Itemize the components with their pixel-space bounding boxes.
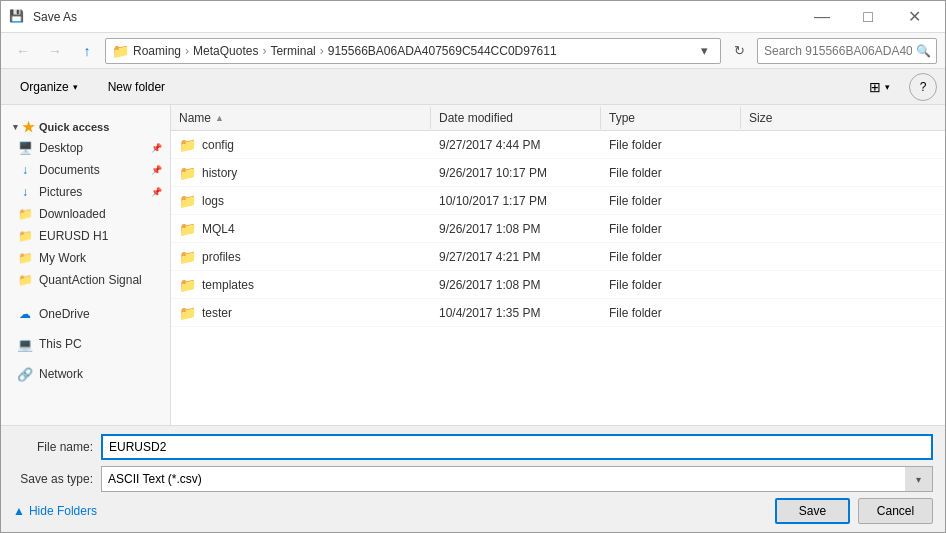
sidebar-item-network[interactable]: 🔗 Network (1, 363, 170, 385)
sidebar-item-downloaded[interactable]: 📁 Downloaded (1, 203, 170, 225)
navigation-bar: ← → ↑ 📁 Roaming › MetaQuotes › Terminal … (1, 33, 945, 69)
col-date-label: Date modified (439, 111, 513, 125)
search-icon: 🔍 (916, 44, 931, 58)
sidebar-network-label: Network (39, 367, 83, 381)
documents-folder-icon: ↓ (17, 162, 33, 178)
file-name-cell: 📁 templates (171, 277, 431, 293)
sidebar-item-eurusd-label: EURUSD H1 (39, 229, 108, 243)
up-button[interactable]: ↑ (73, 37, 101, 65)
table-row[interactable]: 📁 history 9/26/2017 10:17 PM File folder (171, 159, 945, 187)
sidebar-star-icon: ★ (22, 119, 35, 135)
sidebar-item-documents[interactable]: ↓ Documents 📌 (1, 159, 170, 181)
folder-icon: 📁 (179, 249, 196, 265)
folder-icon: 📁 (179, 221, 196, 237)
file-area: Name ▲ Date modified Type Size 📁 (171, 105, 945, 425)
crumb-metaquotes: MetaQuotes (193, 44, 258, 58)
window-icon: 💾 (9, 9, 25, 25)
new-folder-label: New folder (108, 80, 165, 94)
refresh-button[interactable]: ↻ (725, 38, 753, 64)
sidebar-item-quantaction-label: QuantAction Signal (39, 273, 142, 287)
sidebar-item-thispc[interactable]: 💻 This PC (1, 333, 170, 355)
col-size-header[interactable]: Size (741, 107, 841, 129)
content-area: ▾ ★ Quick access 🖥️ Desktop 📌 ↓ Document… (1, 105, 945, 425)
folder-icon: 📁 (179, 137, 196, 153)
hide-icon: ▲ (13, 504, 25, 518)
organize-button[interactable]: Organize ▾ (9, 73, 89, 101)
col-type-header[interactable]: Type (601, 107, 741, 129)
sidebar-thispc-label: This PC (39, 337, 82, 351)
cancel-label: Cancel (877, 504, 914, 518)
sidebar-item-pictures[interactable]: ↓ Pictures 📌 (1, 181, 170, 203)
file-name-cell: 📁 MQL4 (171, 221, 431, 237)
save-label: Save (799, 504, 826, 518)
file-type-cell: File folder (601, 166, 741, 180)
folder-icon: 📁 (112, 43, 129, 59)
quantaction-folder-icon: 📁 (17, 272, 33, 288)
file-name-cell: 📁 profiles (171, 249, 431, 265)
col-date-header[interactable]: Date modified (431, 107, 601, 129)
sidebar-item-desktop[interactable]: 🖥️ Desktop 📌 (1, 137, 170, 159)
forward-button[interactable]: → (41, 37, 69, 65)
file-name-cell: 📁 config (171, 137, 431, 153)
sidebar-item-quantaction[interactable]: 📁 QuantAction Signal (1, 269, 170, 291)
file-name-cell: 📁 history (171, 165, 431, 181)
save-as-dialog: 💾 Save As — □ ✕ ← → ↑ 📁 Roaming › MetaQu… (0, 0, 946, 533)
filename-label: File name: (13, 440, 93, 454)
address-bar[interactable]: 📁 Roaming › MetaQuotes › Terminal › 9155… (105, 38, 721, 64)
minimize-button[interactable]: — (799, 1, 845, 33)
maximize-button[interactable]: □ (845, 1, 891, 33)
address-dropdown-button[interactable]: ▾ (694, 38, 714, 64)
filetype-select[interactable]: ASCII Text (*.csv) (101, 466, 933, 492)
sidebar-item-onedrive[interactable]: ☁ OneDrive (1, 303, 170, 325)
table-row[interactable]: 📁 config 9/27/2017 4:44 PM File folder (171, 131, 945, 159)
hide-folders-button[interactable]: ▲ Hide Folders (13, 504, 97, 518)
col-size-label: Size (749, 111, 772, 125)
col-type-label: Type (609, 111, 635, 125)
save-button[interactable]: Save (775, 498, 850, 524)
file-name-cell: 📁 tester (171, 305, 431, 321)
view-button[interactable]: ⊞ ▾ (858, 73, 901, 101)
file-type-cell: File folder (601, 306, 741, 320)
sidebar-item-desktop-label: Desktop (39, 141, 83, 155)
sidebar-item-eurusd[interactable]: 📁 EURUSD H1 (1, 225, 170, 247)
folder-icon: 📁 (179, 277, 196, 293)
desktop-folder-icon: 🖥️ (17, 140, 33, 156)
table-row[interactable]: 📁 logs 10/10/2017 1:17 PM File folder (171, 187, 945, 215)
file-date-cell: 10/10/2017 1:17 PM (431, 194, 601, 208)
file-date-cell: 9/27/2017 4:21 PM (431, 250, 601, 264)
filename-input[interactable] (101, 434, 933, 460)
help-button[interactable]: ? (909, 73, 937, 101)
search-input[interactable] (757, 38, 937, 64)
table-row[interactable]: 📁 tester 10/4/2017 1:35 PM File folder (171, 299, 945, 327)
file-type-cell: File folder (601, 194, 741, 208)
pin-icon: 📌 (151, 143, 162, 153)
view-grid-icon: ⊞ (869, 79, 881, 95)
pin-icon-pics: 📌 (151, 187, 162, 197)
crumb-id: 915566BA06ADA407569C544CC0D97611 (328, 44, 557, 58)
folder-icon: 📁 (179, 165, 196, 181)
sort-arrow-icon: ▲ (215, 113, 224, 123)
new-folder-button[interactable]: New folder (97, 73, 176, 101)
sidebar-item-mywork[interactable]: 📁 My Work (1, 247, 170, 269)
title-bar-controls: — □ ✕ (799, 1, 937, 33)
main-toolbar: Organize ▾ New folder ⊞ ▾ ? (1, 69, 945, 105)
file-date-cell: 9/26/2017 1:08 PM (431, 222, 601, 236)
sidebar: ▾ ★ Quick access 🖥️ Desktop 📌 ↓ Document… (1, 105, 171, 425)
col-name-label: Name (179, 111, 211, 125)
organize-label: Organize (20, 80, 69, 94)
table-row[interactable]: 📁 MQL4 9/26/2017 1:08 PM File folder (171, 215, 945, 243)
view-arrow-icon: ▾ (885, 82, 890, 92)
col-name-header[interactable]: Name ▲ (171, 107, 431, 129)
folder-icon: 📁 (179, 305, 196, 321)
pictures-folder-icon: ↓ (17, 184, 33, 200)
filetype-row: Save as type: ASCII Text (*.csv) ▾ (13, 466, 933, 492)
table-row[interactable]: 📁 templates 9/26/2017 1:08 PM File folde… (171, 271, 945, 299)
close-button[interactable]: ✕ (891, 1, 937, 33)
file-list: 📁 config 9/27/2017 4:44 PM File folder 📁… (171, 131, 945, 425)
sidebar-item-mywork-label: My Work (39, 251, 86, 265)
quick-access-header[interactable]: ▾ ★ Quick access (1, 113, 170, 137)
table-row[interactable]: 📁 profiles 9/27/2017 4:21 PM File folder (171, 243, 945, 271)
back-button[interactable]: ← (9, 37, 37, 65)
cancel-button[interactable]: Cancel (858, 498, 933, 524)
filetype-select-wrapper: ASCII Text (*.csv) ▾ (101, 466, 933, 492)
